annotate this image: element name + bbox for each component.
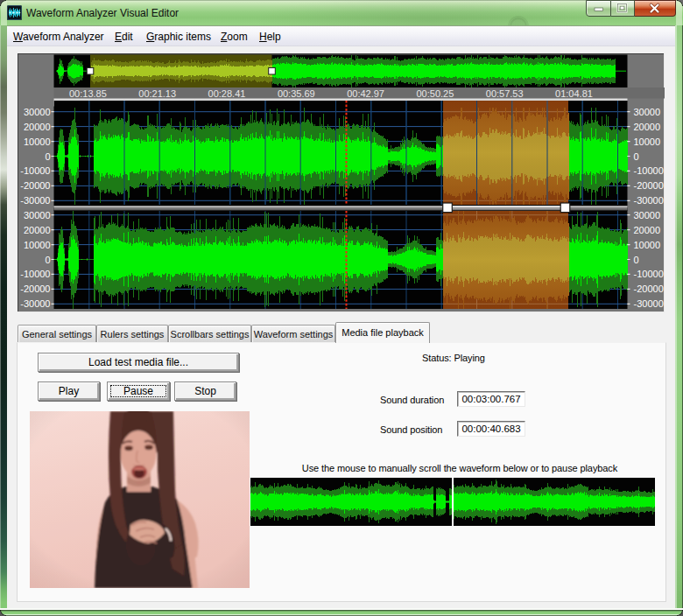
- svg-text:0: 0: [634, 151, 639, 162]
- svg-text:0: 0: [45, 255, 50, 265]
- svg-text:-30000: -30000: [634, 195, 664, 206]
- svg-text:00:35.69: 00:35.69: [278, 88, 315, 99]
- svg-text:-30000: -30000: [634, 298, 664, 309]
- svg-text:10000: 10000: [24, 240, 51, 250]
- svg-text:00:42.97: 00:42.97: [347, 88, 384, 99]
- svg-text:30000: 30000: [634, 210, 661, 220]
- svg-text:-10000: -10000: [20, 165, 50, 176]
- svg-text:-20000: -20000: [634, 284, 664, 294]
- svg-text:00:28.41: 00:28.41: [208, 88, 246, 99]
- svg-text:00:21.13: 00:21.13: [138, 88, 176, 99]
- svg-text:01:04.81: 01:04.81: [555, 88, 593, 99]
- svg-text:00:57.53: 00:57.53: [486, 88, 524, 99]
- svg-text:20000: 20000: [634, 225, 661, 235]
- svg-text:0: 0: [45, 151, 50, 162]
- svg-text:30000: 30000: [24, 107, 51, 117]
- svg-text:30000: 30000: [24, 210, 51, 220]
- svg-text:-20000: -20000: [634, 180, 664, 191]
- svg-text:10000: 10000: [634, 240, 661, 250]
- svg-text:00:13.85: 00:13.85: [69, 88, 107, 99]
- svg-text:00:50.25: 00:50.25: [416, 88, 454, 99]
- svg-text:-20000: -20000: [20, 284, 50, 294]
- svg-text:10000: 10000: [24, 136, 51, 147]
- svg-text:20000: 20000: [24, 225, 51, 235]
- svg-text:-20000: -20000: [20, 180, 50, 191]
- svg-text:-10000: -10000: [634, 165, 664, 176]
- svg-text:-10000: -10000: [20, 269, 50, 279]
- svg-text:10000: 10000: [634, 136, 661, 147]
- svg-text:30000: 30000: [634, 107, 661, 117]
- svg-text:20000: 20000: [634, 122, 661, 132]
- svg-text:-30000: -30000: [20, 298, 50, 309]
- svg-text:20000: 20000: [24, 122, 51, 132]
- svg-text:-30000: -30000: [20, 195, 50, 206]
- svg-text:-10000: -10000: [634, 269, 664, 279]
- svg-text:0: 0: [634, 255, 639, 265]
